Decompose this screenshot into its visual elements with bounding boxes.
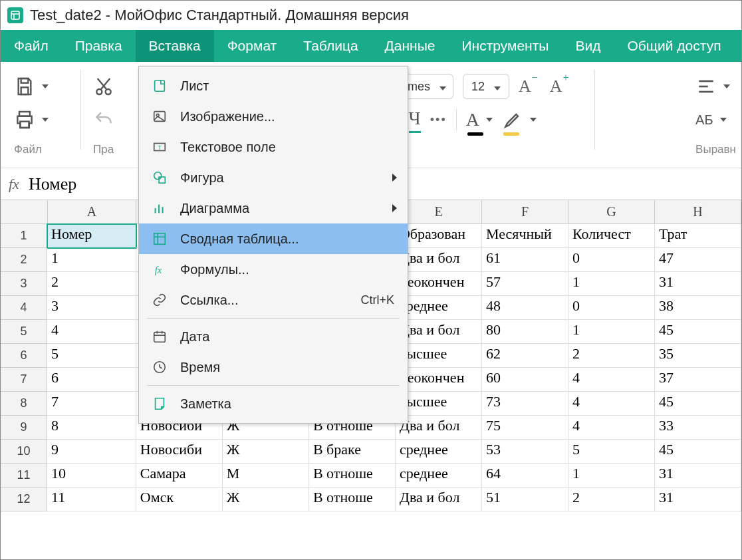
cell[interactable]: 35 (655, 344, 741, 368)
fx-icon[interactable]: fx (9, 176, 19, 193)
cell[interactable]: 3 (47, 296, 136, 320)
cell[interactable]: 60 (482, 368, 568, 392)
row-header[interactable]: 11 (1, 464, 47, 488)
cell[interactable]: 1 (47, 248, 136, 272)
cell[interactable]: высшее (396, 392, 482, 416)
column-header[interactable]: G (568, 200, 655, 224)
cell[interactable]: 33 (655, 416, 741, 440)
cell[interactable]: 11 (47, 488, 136, 511)
menu-item-date[interactable]: Дата (139, 321, 408, 352)
cell[interactable]: 4 (568, 392, 655, 416)
cell[interactable]: 45 (655, 440, 741, 464)
menu-item-pivot[interactable]: Сводная таблица... (139, 223, 408, 254)
cell[interactable]: 47 (655, 248, 741, 272)
cell[interactable]: Количест (568, 224, 655, 248)
cell[interactable]: 53 (482, 440, 568, 464)
cell[interactable]: 8 (47, 416, 136, 440)
cell[interactable]: 61 (482, 248, 568, 272)
cell[interactable]: 31 (655, 464, 741, 488)
row-header[interactable]: 6 (1, 344, 47, 368)
column-header[interactable]: A (48, 200, 137, 224)
cell[interactable]: 2 (568, 488, 655, 511)
menu-item-note[interactable]: Заметка (139, 388, 408, 419)
cell[interactable]: 38 (655, 296, 741, 320)
cell[interactable]: 73 (482, 392, 568, 416)
row-header[interactable]: 7 (1, 368, 47, 392)
cell[interactable]: 5 (568, 440, 655, 464)
row-header[interactable]: 9 (1, 416, 47, 440)
cell[interactable]: среднее (396, 464, 482, 488)
menu-item-chart[interactable]: Диаграмма (139, 193, 408, 223)
cell[interactable]: В браке (309, 440, 396, 464)
cell[interactable]: 75 (482, 416, 568, 440)
cell[interactable]: Ж (223, 488, 309, 511)
wrap-button[interactable]: АБ (695, 106, 726, 133)
cell[interactable]: неокончен (396, 272, 482, 296)
cell[interactable]: 62 (482, 344, 568, 368)
menu-item-shape[interactable]: Фигура (139, 162, 408, 193)
undo-button[interactable] (93, 106, 114, 133)
cell[interactable]: 10 (47, 464, 136, 488)
highlight-button[interactable] (502, 106, 537, 133)
menu-item-link[interactable]: Ссылка...Ctrl+K (139, 285, 408, 315)
menu-вставка[interactable]: Вставка (136, 30, 214, 62)
menu-item-textbox[interactable]: TТекстовое поле (139, 132, 408, 162)
cell[interactable]: неокончен (396, 368, 482, 392)
cell[interactable]: 0 (568, 296, 655, 320)
menu-инструменты[interactable]: Инструменты (448, 30, 562, 62)
menu-таблица[interactable]: Таблица (290, 30, 371, 62)
menu-данные[interactable]: Данные (372, 30, 449, 62)
cell[interactable]: 45 (655, 392, 741, 416)
cell[interactable]: Трат (655, 224, 741, 248)
cell[interactable]: 31 (655, 488, 741, 511)
underline-button[interactable]: Ч (409, 106, 421, 133)
row-header[interactable]: 3 (1, 272, 47, 296)
menu-вид[interactable]: Вид (562, 30, 614, 62)
cell[interactable]: 1 (568, 464, 655, 488)
font-color-button[interactable]: А (466, 106, 493, 133)
cell[interactable]: В отноше (309, 464, 396, 488)
save-button[interactable] (14, 73, 49, 100)
cell[interactable]: 6 (47, 368, 136, 392)
cell[interactable]: Номер (47, 224, 136, 248)
cell[interactable]: Два и бол (396, 488, 482, 511)
row-header[interactable]: 2 (1, 248, 47, 272)
cell[interactable]: В отноше (309, 488, 396, 511)
menu-общий доступ[interactable]: Общий доступ (614, 30, 734, 62)
row-header[interactable]: 4 (1, 296, 47, 320)
menu-формат[interactable]: Формат (214, 30, 291, 62)
cell[interactable]: 45 (655, 320, 741, 344)
cell[interactable]: 5 (47, 344, 136, 368)
print-button[interactable] (14, 106, 49, 133)
cell[interactable]: 48 (482, 296, 568, 320)
cell[interactable]: среднее (396, 440, 482, 464)
cell[interactable]: 2 (47, 272, 136, 296)
align-button[interactable] (695, 73, 730, 100)
cell[interactable]: 9 (47, 440, 136, 464)
cell[interactable]: 2 (568, 344, 655, 368)
font-size-select[interactable]: 12 (463, 74, 509, 99)
row-header[interactable]: 10 (1, 440, 47, 464)
menu-item-formula[interactable]: fxФормулы... (139, 254, 408, 285)
cell[interactable]: 57 (482, 272, 568, 296)
cell[interactable]: М (223, 464, 309, 488)
cut-button[interactable] (93, 73, 114, 100)
menu-item-sheet[interactable]: Лист (139, 70, 408, 101)
cell[interactable]: 37 (655, 368, 741, 392)
row-header[interactable]: 8 (1, 392, 47, 416)
menu-файл[interactable]: Файл (1, 30, 62, 62)
decrease-font-button[interactable]: A− (519, 73, 531, 100)
cell[interactable]: 80 (482, 320, 568, 344)
menu-item-image[interactable]: Изображение... (139, 101, 408, 132)
menu-правка[interactable]: Правка (62, 30, 136, 62)
cell[interactable]: 0 (568, 248, 655, 272)
cell[interactable]: 1 (568, 320, 655, 344)
row-header[interactable]: 12 (1, 488, 47, 511)
cell[interactable]: Омск (136, 488, 223, 511)
cell[interactable]: 4 (568, 416, 655, 440)
row-header[interactable]: 5 (1, 320, 47, 344)
grid-corner[interactable] (1, 200, 48, 224)
cell[interactable]: Образован (396, 224, 482, 248)
cell[interactable]: среднее (396, 296, 482, 320)
row-header[interactable]: 1 (1, 224, 47, 248)
